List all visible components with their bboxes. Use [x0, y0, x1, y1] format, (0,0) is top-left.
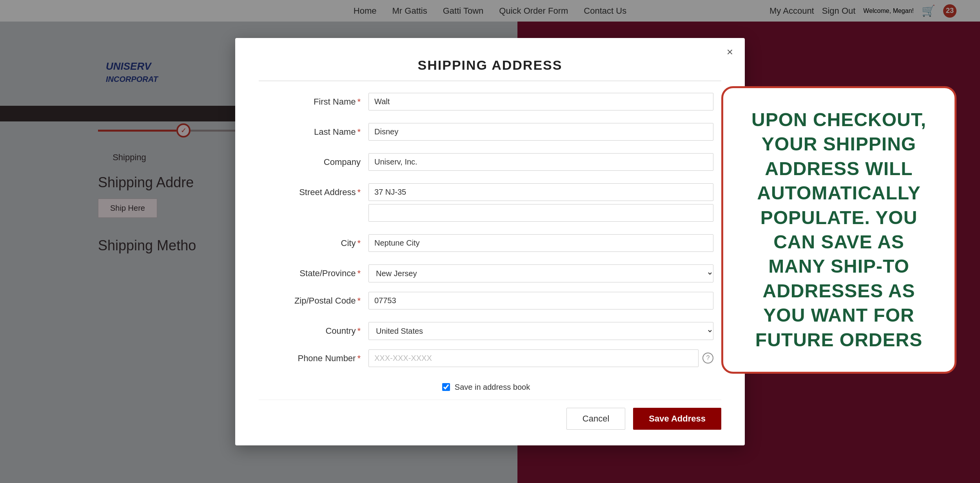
company-input[interactable]	[368, 153, 713, 171]
save-address-checkbox[interactable]	[442, 383, 450, 391]
street-address-line2-input[interactable]	[368, 204, 713, 222]
company-input-wrap	[368, 153, 713, 174]
required-star-8: *	[357, 353, 361, 363]
zip-label: Zip/Postal Code*	[259, 292, 368, 306]
city-input[interactable]	[368, 234, 713, 252]
modal-footer: Cancel Save Address	[259, 400, 721, 430]
last-name-input[interactable]	[368, 123, 713, 141]
city-row: City*	[259, 234, 713, 255]
required-star-4: *	[357, 238, 361, 248]
required-star-2: *	[357, 127, 361, 137]
required-star: *	[357, 97, 361, 107]
state-row: State/Province* New Jersey New York Cali…	[259, 264, 713, 282]
street-address-input-wrap	[368, 183, 713, 225]
country-select[interactable]: United States Canada United Kingdom	[368, 322, 713, 340]
cancel-button[interactable]: Cancel	[566, 408, 625, 430]
phone-input-wrap: ?	[368, 349, 713, 367]
save-checkbox-row: Save in address book	[259, 376, 713, 392]
last-name-row: Last Name*	[259, 123, 713, 144]
info-box: UPON CHECKOUT, YOUR SHIPPING ADDRESS WIL…	[721, 86, 956, 374]
first-name-label: First Name*	[259, 93, 368, 107]
zip-input-wrap	[368, 292, 713, 313]
phone-input[interactable]	[368, 349, 699, 367]
zip-input[interactable]	[368, 292, 713, 309]
last-name-input-wrap	[368, 123, 713, 144]
info-box-text: UPON CHECKOUT, YOUR SHIPPING ADDRESS WIL…	[743, 108, 935, 352]
first-name-row: First Name*	[259, 93, 713, 114]
phone-label: Phone Number*	[259, 349, 368, 364]
modal-scroll-area[interactable]: First Name* Last Name* Company	[259, 93, 721, 392]
save-address-button[interactable]: Save Address	[633, 408, 721, 430]
state-select[interactable]: New Jersey New York California Texas	[368, 264, 713, 282]
city-input-wrap	[368, 234, 713, 255]
company-label: Company	[259, 153, 368, 167]
first-name-input[interactable]	[368, 93, 713, 110]
required-star-3: *	[357, 187, 361, 197]
first-name-input-wrap	[368, 93, 713, 114]
last-name-label: Last Name*	[259, 123, 368, 137]
required-star-7: *	[357, 326, 361, 336]
country-select-wrap: United States Canada United Kingdom	[368, 322, 713, 340]
modal-title: SHIPPING ADDRESS	[259, 58, 721, 81]
shipping-address-modal: × SHIPPING ADDRESS First Name* Last Name…	[235, 38, 745, 445]
country-row: Country* United States Canada United Kin…	[259, 322, 713, 340]
phone-row: Phone Number* ?	[259, 349, 713, 367]
required-star-5: *	[357, 268, 361, 278]
required-star-6: *	[357, 296, 361, 306]
street-address-row: Street Address*	[259, 183, 713, 225]
company-row: Company	[259, 153, 713, 174]
country-label: Country*	[259, 322, 368, 336]
street-address-input[interactable]	[368, 183, 713, 201]
save-checkbox-label: Save in address book	[455, 383, 530, 392]
state-select-wrap: New Jersey New York California Texas	[368, 264, 713, 282]
zip-row: Zip/Postal Code*	[259, 292, 713, 313]
state-label: State/Province*	[259, 264, 368, 279]
modal-close-button[interactable]: ×	[727, 46, 733, 58]
street-address-label: Street Address*	[259, 183, 368, 197]
city-label: City*	[259, 234, 368, 248]
phone-help-icon[interactable]: ?	[702, 353, 713, 364]
